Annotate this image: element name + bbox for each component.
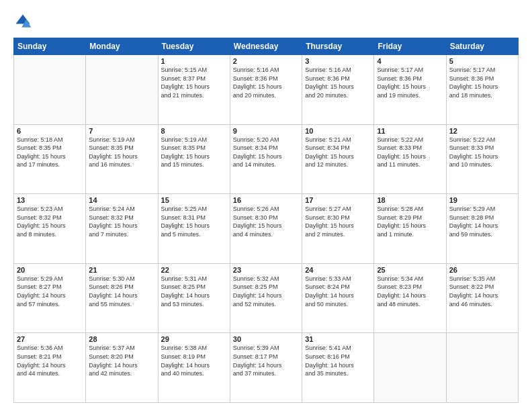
day-number: 10 — [305, 127, 371, 135]
day-number: 12 — [449, 127, 515, 135]
calendar-cell — [374, 333, 446, 403]
day-number: 16 — [233, 196, 299, 204]
day-info: Sunrise: 5:21 AM Sunset: 8:34 PM Dayligh… — [305, 136, 371, 169]
day-number: 6 — [17, 127, 83, 135]
calendar-cell: 17Sunrise: 5:27 AM Sunset: 8:30 PM Dayli… — [302, 194, 374, 264]
day-number: 28 — [89, 335, 154, 343]
calendar-cell: 19Sunrise: 5:29 AM Sunset: 8:28 PM Dayli… — [446, 194, 518, 264]
day-info: Sunrise: 5:28 AM Sunset: 8:29 PM Dayligh… — [377, 205, 443, 238]
calendar-week-row: 13Sunrise: 5:23 AM Sunset: 8:32 PM Dayli… — [14, 194, 519, 264]
calendar-weekday: Saturday — [446, 38, 518, 55]
calendar-cell: 14Sunrise: 5:24 AM Sunset: 8:32 PM Dayli… — [86, 194, 158, 264]
calendar-cell: 29Sunrise: 5:38 AM Sunset: 8:19 PM Dayli… — [158, 333, 230, 403]
day-info: Sunrise: 5:32 AM Sunset: 8:25 PM Dayligh… — [233, 275, 299, 308]
calendar-cell: 23Sunrise: 5:32 AM Sunset: 8:25 PM Dayli… — [230, 263, 302, 333]
calendar-cell: 1Sunrise: 5:15 AM Sunset: 8:37 PM Daylig… — [158, 55, 230, 125]
day-info: Sunrise: 5:20 AM Sunset: 8:34 PM Dayligh… — [233, 136, 299, 169]
calendar-cell: 20Sunrise: 5:29 AM Sunset: 8:27 PM Dayli… — [14, 263, 86, 333]
day-number: 14 — [89, 196, 154, 204]
day-number: 4 — [377, 57, 443, 65]
day-number: 9 — [233, 127, 299, 135]
day-info: Sunrise: 5:18 AM Sunset: 8:35 PM Dayligh… — [17, 136, 83, 169]
calendar-cell — [14, 55, 86, 125]
day-info: Sunrise: 5:17 AM Sunset: 8:36 PM Dayligh… — [377, 66, 443, 99]
day-info: Sunrise: 5:16 AM Sunset: 8:36 PM Dayligh… — [305, 66, 371, 99]
day-number: 30 — [233, 335, 299, 343]
day-number: 3 — [305, 57, 371, 65]
calendar-cell: 12Sunrise: 5:22 AM Sunset: 8:33 PM Dayli… — [446, 124, 518, 194]
day-number: 29 — [161, 335, 227, 343]
day-number: 23 — [233, 266, 299, 274]
calendar-cell: 5Sunrise: 5:17 AM Sunset: 8:36 PM Daylig… — [446, 55, 518, 125]
day-info: Sunrise: 5:19 AM Sunset: 8:35 PM Dayligh… — [89, 136, 154, 169]
day-number: 15 — [161, 196, 227, 204]
day-info: Sunrise: 5:33 AM Sunset: 8:24 PM Dayligh… — [305, 275, 371, 308]
calendar-weekday: Monday — [86, 38, 158, 55]
day-info: Sunrise: 5:24 AM Sunset: 8:32 PM Dayligh… — [89, 205, 154, 238]
calendar-week-row: 20Sunrise: 5:29 AM Sunset: 8:27 PM Dayli… — [14, 263, 519, 333]
calendar-cell: 2Sunrise: 5:16 AM Sunset: 8:36 PM Daylig… — [230, 55, 302, 125]
calendar-cell: 27Sunrise: 5:36 AM Sunset: 8:21 PM Dayli… — [14, 333, 86, 403]
calendar-week-row: 27Sunrise: 5:36 AM Sunset: 8:21 PM Dayli… — [14, 333, 519, 403]
day-info: Sunrise: 5:31 AM Sunset: 8:25 PM Dayligh… — [161, 275, 227, 308]
day-number: 31 — [305, 335, 371, 343]
day-number: 26 — [449, 266, 515, 274]
calendar-weekday: Sunday — [14, 38, 86, 55]
calendar-week-row: 6Sunrise: 5:18 AM Sunset: 8:35 PM Daylig… — [14, 124, 519, 194]
calendar-cell: 18Sunrise: 5:28 AM Sunset: 8:29 PM Dayli… — [374, 194, 446, 264]
page: SundayMondayTuesdayWednesdayThursdayFrid… — [0, 0, 532, 411]
day-info: Sunrise: 5:29 AM Sunset: 8:28 PM Dayligh… — [449, 205, 515, 238]
day-info: Sunrise: 5:34 AM Sunset: 8:23 PM Dayligh… — [377, 275, 443, 308]
calendar-cell: 28Sunrise: 5:37 AM Sunset: 8:20 PM Dayli… — [86, 333, 158, 403]
day-info: Sunrise: 5:17 AM Sunset: 8:36 PM Dayligh… — [449, 66, 515, 99]
calendar-cell: 31Sunrise: 5:41 AM Sunset: 8:16 PM Dayli… — [302, 333, 374, 403]
calendar-cell: 6Sunrise: 5:18 AM Sunset: 8:35 PM Daylig… — [14, 124, 86, 194]
day-number: 7 — [89, 127, 154, 135]
day-info: Sunrise: 5:35 AM Sunset: 8:22 PM Dayligh… — [449, 275, 515, 308]
day-number: 22 — [161, 266, 227, 274]
day-number: 8 — [161, 127, 227, 135]
day-info: Sunrise: 5:26 AM Sunset: 8:30 PM Dayligh… — [233, 205, 299, 238]
calendar-cell: 22Sunrise: 5:31 AM Sunset: 8:25 PM Dayli… — [158, 263, 230, 333]
day-info: Sunrise: 5:19 AM Sunset: 8:35 PM Dayligh… — [161, 136, 227, 169]
day-number: 19 — [449, 196, 515, 204]
day-info: Sunrise: 5:38 AM Sunset: 8:19 PM Dayligh… — [161, 344, 227, 377]
day-info: Sunrise: 5:16 AM Sunset: 8:36 PM Dayligh… — [233, 66, 299, 99]
day-info: Sunrise: 5:36 AM Sunset: 8:21 PM Dayligh… — [17, 344, 83, 377]
day-info: Sunrise: 5:25 AM Sunset: 8:31 PM Dayligh… — [161, 205, 227, 238]
calendar-cell: 8Sunrise: 5:19 AM Sunset: 8:35 PM Daylig… — [158, 124, 230, 194]
day-number: 2 — [233, 57, 299, 65]
calendar-cell: 16Sunrise: 5:26 AM Sunset: 8:30 PM Dayli… — [230, 194, 302, 264]
calendar-cell: 9Sunrise: 5:20 AM Sunset: 8:34 PM Daylig… — [230, 124, 302, 194]
day-info: Sunrise: 5:15 AM Sunset: 8:37 PM Dayligh… — [161, 66, 227, 99]
day-info: Sunrise: 5:22 AM Sunset: 8:33 PM Dayligh… — [377, 136, 443, 169]
header — [13, 12, 519, 31]
day-info: Sunrise: 5:23 AM Sunset: 8:32 PM Dayligh… — [17, 205, 83, 238]
calendar-cell — [446, 333, 518, 403]
day-number: 20 — [17, 266, 83, 274]
calendar-cell: 3Sunrise: 5:16 AM Sunset: 8:36 PM Daylig… — [302, 55, 374, 125]
logo — [13, 12, 35, 31]
day-info: Sunrise: 5:29 AM Sunset: 8:27 PM Dayligh… — [17, 275, 83, 308]
day-number: 25 — [377, 266, 443, 274]
day-info: Sunrise: 5:41 AM Sunset: 8:16 PM Dayligh… — [305, 344, 371, 377]
calendar-weekday: Friday — [374, 38, 446, 55]
calendar-weekday: Wednesday — [230, 38, 302, 55]
day-info: Sunrise: 5:22 AM Sunset: 8:33 PM Dayligh… — [449, 136, 515, 169]
calendar-cell — [86, 55, 158, 125]
calendar-cell: 25Sunrise: 5:34 AM Sunset: 8:23 PM Dayli… — [374, 263, 446, 333]
day-info: Sunrise: 5:39 AM Sunset: 8:17 PM Dayligh… — [233, 344, 299, 377]
calendar-cell: 10Sunrise: 5:21 AM Sunset: 8:34 PM Dayli… — [302, 124, 374, 194]
calendar-cell: 11Sunrise: 5:22 AM Sunset: 8:33 PM Dayli… — [374, 124, 446, 194]
calendar-cell: 30Sunrise: 5:39 AM Sunset: 8:17 PM Dayli… — [230, 333, 302, 403]
calendar-header-row: SundayMondayTuesdayWednesdayThursdayFrid… — [14, 38, 519, 55]
calendar-weekday: Thursday — [302, 38, 374, 55]
day-number: 1 — [161, 57, 227, 65]
day-info: Sunrise: 5:37 AM Sunset: 8:20 PM Dayligh… — [89, 344, 154, 377]
day-number: 27 — [17, 335, 83, 343]
calendar-cell: 26Sunrise: 5:35 AM Sunset: 8:22 PM Dayli… — [446, 263, 518, 333]
calendar-cell: 4Sunrise: 5:17 AM Sunset: 8:36 PM Daylig… — [374, 55, 446, 125]
day-info: Sunrise: 5:27 AM Sunset: 8:30 PM Dayligh… — [305, 205, 371, 238]
calendar-table: SundayMondayTuesdayWednesdayThursdayFrid… — [13, 38, 519, 403]
logo-icon — [13, 12, 32, 31]
